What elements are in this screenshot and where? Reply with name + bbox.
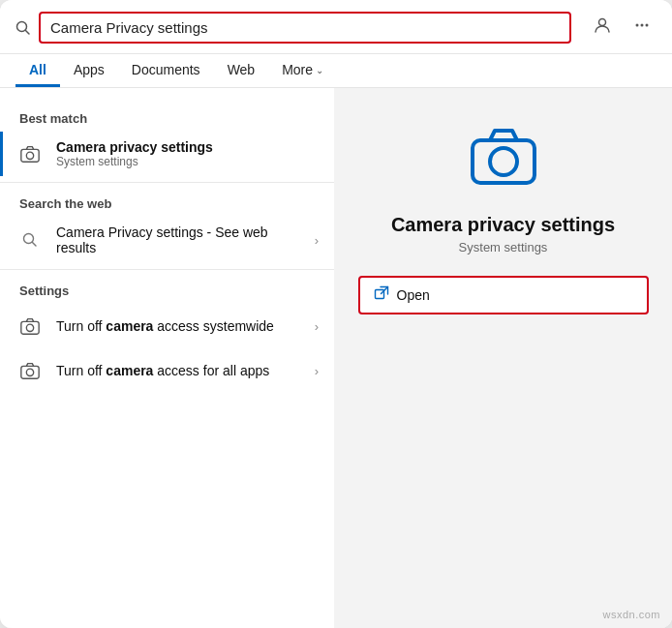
best-match-subtitle: System settings bbox=[56, 155, 319, 168]
right-camera-icon bbox=[465, 119, 542, 200]
best-match-item[interactable]: Camera privacy settings System settings bbox=[0, 132, 334, 176]
divider-1 bbox=[0, 182, 334, 183]
svg-point-2 bbox=[599, 19, 606, 26]
main-content: Best match Camera privacy settings Syste… bbox=[0, 88, 672, 628]
settings-item-1-text: Turn off camera access systemwide bbox=[56, 318, 303, 334]
svg-point-4 bbox=[641, 24, 644, 27]
svg-point-11 bbox=[26, 324, 33, 331]
settings-item-1-title: Turn off camera access systemwide bbox=[56, 318, 303, 334]
svg-rect-10 bbox=[21, 321, 39, 334]
web-result-text: Camera Privacy settings - See web result… bbox=[56, 224, 303, 255]
right-subtitle: System settings bbox=[459, 240, 548, 254]
camera-icon-settings-2 bbox=[15, 356, 45, 385]
tab-all[interactable]: All bbox=[15, 54, 60, 87]
settings-item-1[interactable]: Turn off camera access systemwide › bbox=[0, 304, 334, 348]
left-panel: Best match Camera privacy settings Syste… bbox=[0, 88, 334, 628]
open-button[interactable]: Open bbox=[360, 278, 647, 313]
svg-line-1 bbox=[26, 30, 30, 34]
web-search-icon bbox=[15, 225, 45, 254]
open-button-wrap: Open bbox=[358, 276, 649, 314]
svg-point-3 bbox=[636, 24, 639, 27]
search-bar bbox=[0, 0, 672, 54]
web-result-title: Camera Privacy settings - See web result… bbox=[56, 224, 303, 255]
best-match-label: Best match bbox=[0, 104, 334, 132]
search-input[interactable] bbox=[39, 12, 571, 44]
search-actions bbox=[587, 14, 657, 42]
svg-point-7 bbox=[26, 152, 33, 159]
settings-item-2[interactable]: Turn off camera access for all apps › bbox=[0, 348, 334, 393]
search-icon bbox=[15, 20, 31, 36]
svg-rect-12 bbox=[21, 366, 39, 378]
best-match-title: Camera privacy settings bbox=[56, 139, 319, 155]
camera-icon bbox=[15, 139, 45, 168]
watermark: wsxdn.com bbox=[602, 609, 660, 620]
svg-point-13 bbox=[26, 369, 33, 375]
web-result-item[interactable]: Camera Privacy settings - See web result… bbox=[0, 217, 334, 263]
settings-item-1-arrow: › bbox=[315, 319, 319, 334]
open-external-icon bbox=[374, 285, 389, 305]
web-section-label: Search the web bbox=[0, 189, 334, 217]
svg-point-5 bbox=[646, 24, 649, 27]
divider-2 bbox=[0, 269, 334, 270]
nav-tabs: All Apps Documents Web More ⌄ bbox=[0, 54, 672, 88]
tab-web[interactable]: Web bbox=[214, 54, 269, 87]
tab-documents[interactable]: Documents bbox=[118, 54, 214, 87]
right-panel: Camera privacy settings System settings … bbox=[334, 88, 672, 628]
svg-rect-16 bbox=[375, 290, 383, 299]
open-label: Open bbox=[397, 287, 430, 303]
camera-icon-settings-1 bbox=[15, 312, 45, 341]
svg-point-15 bbox=[490, 148, 517, 175]
best-match-text: Camera privacy settings System settings bbox=[56, 139, 319, 168]
settings-item-2-title: Turn off camera access for all apps bbox=[56, 363, 303, 378]
tab-more[interactable]: More ⌄ bbox=[268, 54, 337, 87]
person-icon-button[interactable] bbox=[587, 14, 618, 42]
web-result-arrow: › bbox=[315, 233, 319, 248]
svg-line-9 bbox=[33, 243, 37, 247]
chevron-down-icon: ⌄ bbox=[316, 65, 323, 75]
settings-item-2-arrow: › bbox=[315, 364, 319, 378]
more-options-button[interactable] bbox=[627, 15, 657, 41]
svg-point-8 bbox=[24, 234, 34, 244]
settings-section-label: Settings bbox=[0, 276, 334, 304]
tab-apps[interactable]: Apps bbox=[60, 54, 118, 87]
right-title: Camera privacy settings bbox=[391, 214, 615, 236]
svg-rect-6 bbox=[21, 149, 39, 162]
settings-item-2-text: Turn off camera access for all apps bbox=[56, 363, 303, 378]
